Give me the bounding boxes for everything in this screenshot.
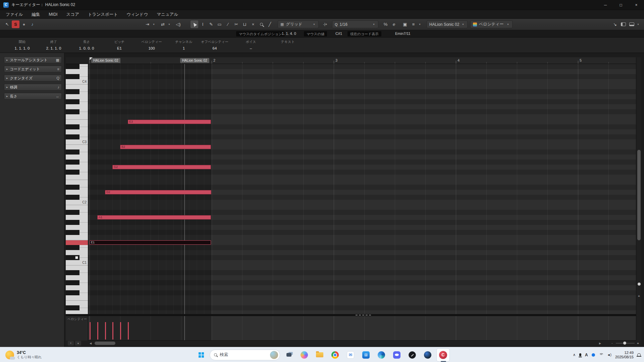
vertical-scroll-thumb[interactable] [637,150,641,240]
draw-tool[interactable]: ✎ [207,20,215,28]
note-grid[interactable]: E3B2G2D2A1E1 [88,64,636,314]
midi-note[interactable]: B2 [120,145,211,149]
volume-icon[interactable]: ◄) [607,353,611,357]
select-settings-button[interactable]: ⇄ [159,20,167,28]
midi-note[interactable]: G2 [112,165,211,169]
copilot-button[interactable] [298,348,311,362]
sidebar-panel[interactable]: ▸長さ↔ [4,93,62,100]
expand-arrow-icon[interactable]: ▸ [6,58,8,62]
horizontal-scrollbar[interactable]: + ▼ ◀ ▶ − + [66,341,641,346]
infoline-field[interactable]: チャンネル1 [168,40,200,50]
cubase-taskbar-button[interactable]: C [436,348,450,362]
store-button[interactable]: ⊞ [359,348,373,362]
trim-tool[interactable]: ∕ [224,20,232,28]
task-view-button[interactable] [282,348,296,362]
infoline-field[interactable]: ピッチE1 [103,40,136,50]
left-zone-toggle[interactable] [620,20,627,28]
velocity-stem[interactable] [128,322,129,340]
infoline-field[interactable]: オフベロシティー64 [199,40,231,50]
sidebar-panel[interactable]: ▸移調♪ [4,84,62,90]
select-settings-caret-icon[interactable]: ▼ [168,23,170,25]
vertical-scrollbar[interactable]: + [636,57,641,341]
hzoom-slider-thumb[interactable] [623,342,626,345]
infoline-field[interactable]: ベロシティー100 [136,40,168,50]
infoline-field[interactable]: テキスト [272,40,304,46]
menu-item[interactable]: ウィンドウ [122,10,152,19]
black-key[interactable] [66,280,79,285]
black-key[interactable] [66,210,79,215]
hzoom-in-button[interactable]: + [635,341,641,346]
black-key[interactable] [66,124,79,129]
velocity-stem[interactable] [97,322,98,340]
pin-icon[interactable]: ↖ [3,20,11,28]
black-key[interactable] [66,170,79,175]
taskbar-search[interactable]: 検索 [210,350,280,360]
black-key[interactable] [66,185,79,190]
setup-caret-icon[interactable]: ▼ [637,23,639,25]
speaker-icon[interactable]: ◁) [174,20,182,28]
quantize-preset-select[interactable]: Q 1/16 ▼ [332,20,378,28]
autoscroll-caret-icon[interactable]: ▼ [153,23,155,25]
edge-button[interactable] [375,348,388,362]
velocity-stem[interactable] [120,322,121,340]
discord-button[interactable] [390,348,404,362]
black-key[interactable] [66,290,79,295]
sidebar-panel[interactable]: ▸クオンタイズQ [4,75,62,81]
velocity-stem[interactable] [105,322,106,340]
acoustic-feedback-button[interactable]: ♪ [29,20,36,28]
status-dot-icon[interactable] [592,353,595,357]
midi-note[interactable]: E3 [128,120,211,124]
erase-tool[interactable]: ▭ [216,20,223,28]
menu-item[interactable]: トランスポート [84,10,122,19]
hzoom-out-icon[interactable]: − [610,342,614,345]
split-tool[interactable]: ✂ [232,20,240,28]
menu-item[interactable]: 編集 [27,10,44,19]
black-key[interactable] [66,305,79,310]
maximize-button[interactable]: □ [613,0,629,10]
mail-button[interactable]: ✉ [344,348,357,362]
record-in-editor-button[interactable]: ● [20,20,28,28]
black-key[interactable] [66,134,79,139]
velocity-grid[interactable] [88,316,636,341]
wifi-icon[interactable] [599,353,603,357]
black-key[interactable] [66,220,79,225]
chrome-button[interactable] [328,348,342,362]
add-lane-button[interactable]: + [68,341,74,346]
velocity-stem[interactable] [112,322,113,340]
black-key[interactable] [66,109,79,114]
object-selection-tool[interactable] [191,20,198,28]
midi-note[interactable]: E1 [90,240,211,245]
velocity-stem[interactable] [90,322,91,340]
grid-type-select[interactable]: ▦ グリッド ▼ [278,20,319,28]
vzoom-in-button[interactable]: + [636,293,642,299]
infoline-field[interactable]: 開始1. 1. 1. 0 [6,40,38,50]
midi-note[interactable]: A1 [97,215,211,220]
autoscroll-button[interactable]: ⇥ [144,20,151,28]
black-key[interactable] [66,64,79,69]
black-key[interactable] [66,149,79,155]
scroll-right-arrow[interactable]: ▶ [598,342,602,345]
start-button[interactable] [194,348,208,362]
sidebar-panel[interactable]: ▸スケールアシスタント▦ [4,57,62,63]
iterative-quantize-button[interactable]: % [382,20,389,28]
part-editing-mode-button[interactable]: ▣ [401,20,409,28]
lane-resize-handle[interactable] [356,315,371,315]
notification-bell-icon[interactable] [637,353,641,357]
black-key[interactable] [66,245,79,250]
piano-keyboard[interactable]: C4C3C2C1 [66,64,88,314]
tray-overflow-chevron-icon[interactable]: ∧ [573,353,576,357]
expand-arrow-icon[interactable]: ▸ [6,76,8,80]
weather-widget[interactable]: 34°C くもり時々晴れ [3,347,44,362]
sidebar-panel[interactable]: ▸コードエディット≡ [4,66,62,72]
infoline-field[interactable]: 終了2. 1. 1. 0 [38,40,70,50]
steam-button[interactable] [421,348,434,362]
black-key[interactable] [66,270,79,275]
close-button[interactable]: × [629,0,644,10]
minimize-button[interactable]: ─ [598,0,613,10]
zoom-tool[interactable] [258,20,265,28]
part-name-tag[interactable]: HALion Sonic 02 [91,58,120,63]
show-part-borders-button[interactable]: ≡ [410,20,417,28]
timeline-ruler[interactable]: 2345HALion Sonic 02HALion Sonic 02 [88,57,636,64]
event-colors-select[interactable]: ベロシティー ▼ [470,20,513,28]
black-key[interactable] [66,74,79,79]
